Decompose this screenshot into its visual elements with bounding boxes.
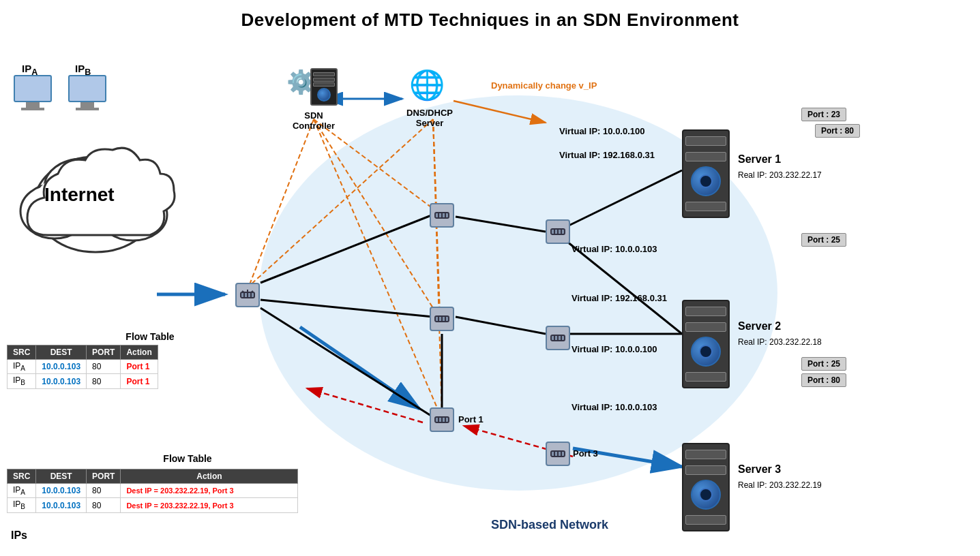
server2-ip: Real IP: 203.232.22.18 <box>738 337 822 347</box>
ft2-row2: IPB 10.0.0.103 80 Dest IP = 203.232.22.1… <box>8 498 298 512</box>
flow-table-top-title: Flow Table <box>72 331 228 342</box>
port80a-box: Port : 80 <box>815 124 860 138</box>
ft1-col-port: PORT <box>87 345 121 360</box>
svg-line-11 <box>307 388 423 422</box>
svg-line-25 <box>456 217 546 232</box>
ft1-col-action: Action <box>121 345 158 360</box>
ft1-col-dest: DEST <box>36 345 87 360</box>
switch-right-middle <box>546 326 570 350</box>
sdn-controller-server <box>310 68 338 106</box>
computer-a <box>14 75 52 110</box>
port1-label: Port 1 <box>458 414 484 424</box>
server2-label: Server 2 <box>738 320 781 333</box>
sdn-controller-label: SDN Controller <box>283 110 344 131</box>
port3-label: Port 3 <box>573 448 598 459</box>
internet-label: Internet <box>44 184 115 206</box>
ft2-col-action: Action <box>121 469 298 484</box>
svg-line-26 <box>456 317 546 334</box>
vip4-label: Virtual IP: 192.168.0.31 <box>571 293 667 303</box>
svg-line-23 <box>261 300 433 317</box>
sdn-network-label: SDN-based Network <box>491 518 608 532</box>
vip6-label: Virtual IP: 10.0.0.103 <box>571 402 657 412</box>
svg-line-24 <box>261 308 433 417</box>
page-title: Development of MTD Techniques in an SDN … <box>0 0 980 31</box>
server1-ip: Real IP: 203.232.22.17 <box>738 170 822 180</box>
svg-line-20 <box>433 119 442 414</box>
svg-line-9 <box>300 327 419 409</box>
vip3-label: Virtual IP: 10.0.0.103 <box>571 244 657 254</box>
server3-ip: Real IP: 203.232.22.19 <box>738 480 822 490</box>
switch-right-upper <box>546 219 570 244</box>
vip5-label: Virtual IP: 10.0.0.100 <box>571 344 657 354</box>
dns-server-icon: 🌐 <box>409 68 445 102</box>
ft2-row1: IPA 10.0.0.103 80 Dest IP = 203.232.22.1… <box>8 484 298 498</box>
ft2-col-dest: DEST <box>36 469 87 484</box>
flow-table-bottom-title: Flow Table <box>92 453 283 464</box>
server1-block <box>682 129 730 218</box>
dns-server-label: DNS/DHCP Server <box>396 108 464 128</box>
ft2-col-port: PORT <box>87 469 121 484</box>
ft2-col-src: SRC <box>8 469 36 484</box>
svg-line-28 <box>567 170 682 226</box>
svg-line-16 <box>314 119 436 313</box>
server3-label: Server 3 <box>738 463 781 476</box>
server1-label: Server 1 <box>738 153 781 166</box>
server2-block <box>682 300 730 388</box>
ips-label: IPs <box>11 529 27 542</box>
svg-line-22 <box>261 215 433 283</box>
port80b-box: Port : 80 <box>801 373 846 387</box>
flow-table-top: SRC DEST PORT Action IPA 10.0.0.103 80 P… <box>7 345 158 389</box>
switch-left <box>235 283 260 307</box>
server3-block <box>682 443 730 531</box>
switch-upper-center <box>430 203 454 228</box>
port25b-box: Port : 25 <box>801 357 846 371</box>
flow-table-bottom: SRC DEST PORT Action IPA 10.0.0.103 80 D… <box>7 469 298 513</box>
switch-right-bottom <box>546 442 570 466</box>
switch-bottom <box>430 407 454 432</box>
svg-line-17 <box>314 119 440 414</box>
svg-line-15 <box>314 119 436 211</box>
ft1-col-src: SRC <box>8 345 36 360</box>
port25a-box: Port : 25 <box>801 233 846 247</box>
svg-line-29 <box>567 242 682 334</box>
ft1-row1: IPA 10.0.0.103 80 Port 1 <box>8 360 158 374</box>
computer-b <box>68 75 106 110</box>
switch-middle <box>430 307 454 331</box>
dynamic-change-label: Dynamically change v_IP <box>491 80 597 91</box>
svg-line-14 <box>249 119 314 286</box>
vip1-label: Virtual IP: 10.0.0.100 <box>559 126 645 136</box>
svg-line-21 <box>249 119 433 286</box>
port23-box: Port : 23 <box>801 108 846 121</box>
ft1-row2: IPB 10.0.0.103 80 Port 1 <box>8 374 158 388</box>
svg-line-18 <box>433 119 436 211</box>
svg-line-31 <box>454 101 546 123</box>
vip2-label: Virtual IP: 192.168.0.31 <box>559 150 655 160</box>
